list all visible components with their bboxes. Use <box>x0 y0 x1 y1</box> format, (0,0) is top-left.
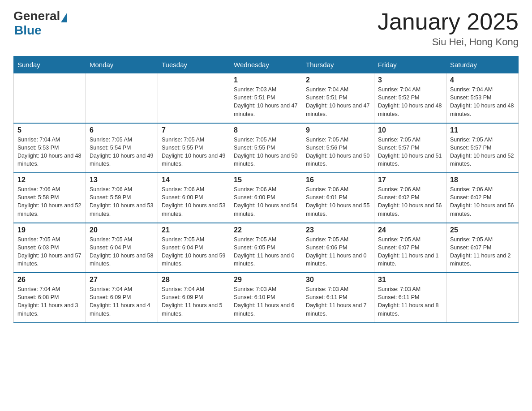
day-number: 14 <box>162 176 226 184</box>
day-number: 3 <box>378 76 442 84</box>
calendar-cell: 10Sunrise: 7:05 AMSunset: 5:57 PMDayligh… <box>374 123 446 173</box>
calendar-cell: 13Sunrise: 7:06 AMSunset: 5:59 PMDayligh… <box>86 173 158 223</box>
calendar-cell: 12Sunrise: 7:06 AMSunset: 5:58 PMDayligh… <box>14 173 86 223</box>
logo: General Blue <box>13 9 67 38</box>
page-subtitle: Siu Hei, Hong Kong <box>378 36 519 48</box>
day-number: 11 <box>450 126 515 134</box>
calendar-cell: 8Sunrise: 7:05 AMSunset: 5:55 PMDaylight… <box>230 123 302 173</box>
calendar-cell: 16Sunrise: 7:06 AMSunset: 6:01 PMDayligh… <box>302 173 374 223</box>
day-number: 13 <box>90 176 154 184</box>
day-number: 2 <box>306 76 370 84</box>
calendar-cell <box>86 73 158 123</box>
day-info: Sunrise: 7:05 AMSunset: 6:07 PMDaylight:… <box>450 235 515 268</box>
calendar-week-1: 1Sunrise: 7:03 AMSunset: 5:51 PMDaylight… <box>14 73 519 123</box>
day-info: Sunrise: 7:04 AMSunset: 5:53 PMDaylight:… <box>17 136 82 168</box>
calendar-cell: 7Sunrise: 7:05 AMSunset: 5:55 PMDaylight… <box>158 123 230 173</box>
day-number: 29 <box>234 276 298 284</box>
day-info: Sunrise: 7:04 AMSunset: 5:52 PMDaylight:… <box>378 86 442 118</box>
day-info: Sunrise: 7:05 AMSunset: 6:04 PMDaylight:… <box>90 235 154 268</box>
calendar-cell: 20Sunrise: 7:05 AMSunset: 6:04 PMDayligh… <box>86 223 158 273</box>
calendar-body: 1Sunrise: 7:03 AMSunset: 5:51 PMDaylight… <box>14 73 519 323</box>
day-number: 31 <box>378 276 442 284</box>
day-info: Sunrise: 7:05 AMSunset: 5:55 PMDaylight:… <box>162 136 226 168</box>
calendar-cell: 1Sunrise: 7:03 AMSunset: 5:51 PMDaylight… <box>230 73 302 123</box>
day-info: Sunrise: 7:04 AMSunset: 6:09 PMDaylight:… <box>90 285 154 318</box>
day-number: 10 <box>378 126 442 134</box>
day-number: 8 <box>234 126 298 134</box>
title-block: January 2025 Siu Hei, Hong Kong <box>378 9 519 48</box>
day-number: 19 <box>17 226 82 234</box>
day-number: 23 <box>306 226 370 234</box>
calendar-cell: 24Sunrise: 7:05 AMSunset: 6:07 PMDayligh… <box>374 223 446 273</box>
day-info: Sunrise: 7:03 AMSunset: 6:10 PMDaylight:… <box>234 285 298 318</box>
day-number: 17 <box>378 176 442 184</box>
day-info: Sunrise: 7:05 AMSunset: 5:57 PMDaylight:… <box>378 136 442 168</box>
day-number: 18 <box>450 176 515 184</box>
day-number: 6 <box>90 126 154 134</box>
weekday-header-monday: Monday <box>86 56 158 73</box>
day-number: 1 <box>234 76 298 84</box>
day-info: Sunrise: 7:05 AMSunset: 5:57 PMDaylight:… <box>450 136 515 168</box>
day-info: Sunrise: 7:06 AMSunset: 6:02 PMDaylight:… <box>378 185 442 218</box>
day-info: Sunrise: 7:04 AMSunset: 5:51 PMDaylight:… <box>306 86 370 118</box>
logo-triangle-icon <box>61 13 67 22</box>
day-info: Sunrise: 7:04 AMSunset: 6:09 PMDaylight:… <box>162 285 226 318</box>
day-number: 5 <box>17 126 82 134</box>
calendar-cell: 9Sunrise: 7:05 AMSunset: 5:56 PMDaylight… <box>302 123 374 173</box>
day-info: Sunrise: 7:03 AMSunset: 6:11 PMDaylight:… <box>306 285 370 318</box>
day-number: 15 <box>234 176 298 184</box>
calendar-cell: 2Sunrise: 7:04 AMSunset: 5:51 PMDaylight… <box>302 73 374 123</box>
day-number: 20 <box>90 226 154 234</box>
day-info: Sunrise: 7:05 AMSunset: 6:07 PMDaylight:… <box>378 235 442 268</box>
day-info: Sunrise: 7:05 AMSunset: 6:06 PMDaylight:… <box>306 235 370 268</box>
weekday-header-friday: Friday <box>374 56 446 73</box>
calendar-cell: 29Sunrise: 7:03 AMSunset: 6:10 PMDayligh… <box>230 273 302 323</box>
day-number: 7 <box>162 126 226 134</box>
day-number: 27 <box>90 276 154 284</box>
weekday-header-sunday: Sunday <box>14 56 86 73</box>
calendar-cell <box>14 73 86 123</box>
day-info: Sunrise: 7:04 AMSunset: 5:53 PMDaylight:… <box>450 86 515 118</box>
day-number: 4 <box>450 76 515 84</box>
calendar-table: SundayMondayTuesdayWednesdayThursdayFrid… <box>13 56 519 323</box>
calendar-cell: 22Sunrise: 7:05 AMSunset: 6:05 PMDayligh… <box>230 223 302 273</box>
calendar-cell: 11Sunrise: 7:05 AMSunset: 5:57 PMDayligh… <box>446 123 519 173</box>
calendar-cell: 15Sunrise: 7:06 AMSunset: 6:00 PMDayligh… <box>230 173 302 223</box>
calendar-cell: 3Sunrise: 7:04 AMSunset: 5:52 PMDaylight… <box>374 73 446 123</box>
day-info: Sunrise: 7:06 AMSunset: 6:00 PMDaylight:… <box>162 185 226 218</box>
calendar-cell: 18Sunrise: 7:06 AMSunset: 6:02 PMDayligh… <box>446 173 519 223</box>
day-number: 16 <box>306 176 370 184</box>
calendar-cell: 30Sunrise: 7:03 AMSunset: 6:11 PMDayligh… <box>302 273 374 323</box>
calendar-cell: 27Sunrise: 7:04 AMSunset: 6:09 PMDayligh… <box>86 273 158 323</box>
day-number: 22 <box>234 226 298 234</box>
calendar-cell <box>446 273 519 323</box>
day-number: 24 <box>378 226 442 234</box>
day-number: 21 <box>162 226 226 234</box>
page-header: General Blue January 2025 Siu Hei, Hong … <box>13 9 519 48</box>
logo-general-text: General <box>13 9 60 23</box>
weekday-header-thursday: Thursday <box>302 56 374 73</box>
weekday-header-tuesday: Tuesday <box>158 56 230 73</box>
day-info: Sunrise: 7:05 AMSunset: 6:04 PMDaylight:… <box>162 235 226 268</box>
page-title: January 2025 <box>378 9 519 34</box>
calendar-header-row: SundayMondayTuesdayWednesdayThursdayFrid… <box>14 56 519 73</box>
day-number: 30 <box>306 276 370 284</box>
calendar-cell: 28Sunrise: 7:04 AMSunset: 6:09 PMDayligh… <box>158 273 230 323</box>
calendar-cell: 23Sunrise: 7:05 AMSunset: 6:06 PMDayligh… <box>302 223 374 273</box>
day-info: Sunrise: 7:04 AMSunset: 6:08 PMDaylight:… <box>17 285 82 318</box>
day-info: Sunrise: 7:06 AMSunset: 6:01 PMDaylight:… <box>306 185 370 218</box>
calendar-week-2: 5Sunrise: 7:04 AMSunset: 5:53 PMDaylight… <box>14 123 519 173</box>
day-info: Sunrise: 7:06 AMSunset: 6:00 PMDaylight:… <box>234 185 298 218</box>
day-number: 12 <box>17 176 82 184</box>
day-info: Sunrise: 7:05 AMSunset: 5:54 PMDaylight:… <box>90 136 154 168</box>
day-info: Sunrise: 7:05 AMSunset: 6:03 PMDaylight:… <box>17 235 82 268</box>
day-info: Sunrise: 7:03 AMSunset: 6:11 PMDaylight:… <box>378 285 442 318</box>
day-number: 26 <box>17 276 82 284</box>
day-info: Sunrise: 7:05 AMSunset: 5:56 PMDaylight:… <box>306 136 370 168</box>
logo-blue-text: Blue <box>14 23 42 38</box>
day-info: Sunrise: 7:05 AMSunset: 6:05 PMDaylight:… <box>234 235 298 268</box>
calendar-cell: 4Sunrise: 7:04 AMSunset: 5:53 PMDaylight… <box>446 73 519 123</box>
day-info: Sunrise: 7:06 AMSunset: 5:59 PMDaylight:… <box>90 185 154 218</box>
calendar-cell: 21Sunrise: 7:05 AMSunset: 6:04 PMDayligh… <box>158 223 230 273</box>
calendar-week-4: 19Sunrise: 7:05 AMSunset: 6:03 PMDayligh… <box>14 223 519 273</box>
